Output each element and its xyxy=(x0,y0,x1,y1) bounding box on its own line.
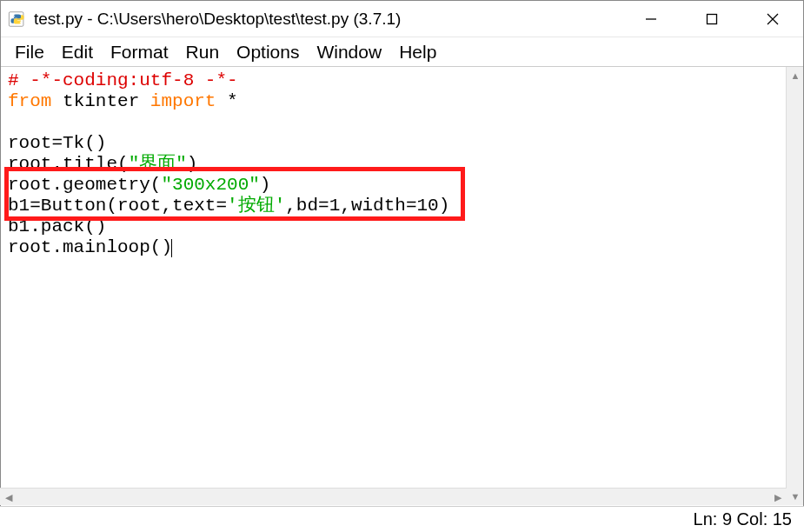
svg-line-5 xyxy=(767,14,778,24)
code-keyword: import xyxy=(150,91,216,111)
text-cursor xyxy=(171,239,172,257)
scroll-right-icon[interactable]: ▶ xyxy=(769,489,787,506)
statusbar: Ln: 9 Col: 15 xyxy=(0,506,804,532)
code-line: root.mainloop() xyxy=(8,237,172,257)
menu-options[interactable]: Options xyxy=(228,40,308,64)
menu-window[interactable]: Window xyxy=(308,40,390,64)
code-text: tkinter xyxy=(51,91,150,111)
code-string: "界面" xyxy=(129,154,187,174)
minimize-button[interactable] xyxy=(621,1,681,37)
code-keyword: from xyxy=(8,91,51,111)
code-string: '按钮' xyxy=(227,196,285,216)
code-text: root.title( xyxy=(8,154,129,174)
code-line: root=Tk() xyxy=(8,133,106,153)
code-text: ) xyxy=(187,154,198,174)
svg-point-1 xyxy=(14,15,15,16)
svg-point-2 xyxy=(20,21,21,22)
editor-area: # -*-coding:utf-8 -*- from tkinter impor… xyxy=(1,67,803,505)
code-text: ) xyxy=(260,175,271,195)
code-line: # -*-coding:utf-8 -*- xyxy=(8,70,238,90)
code-line: b1.pack() xyxy=(8,216,106,236)
close-button[interactable] xyxy=(742,1,803,37)
maximize-button[interactable] xyxy=(681,1,742,37)
scroll-down-icon[interactable]: ▼ xyxy=(787,488,804,505)
menu-edit[interactable]: Edit xyxy=(53,40,102,64)
menu-format[interactable]: Format xyxy=(102,40,177,64)
code-text: ,bd=1,width=10) xyxy=(285,196,449,216)
menu-help[interactable]: Help xyxy=(390,40,445,64)
code-string: "300x200" xyxy=(161,175,259,195)
vertical-scrollbar[interactable]: ▲ ▼ xyxy=(786,67,803,505)
python-idle-icon xyxy=(8,10,27,29)
svg-line-6 xyxy=(767,14,778,24)
code-text: * xyxy=(216,91,237,111)
scroll-left-icon[interactable]: ◀ xyxy=(0,489,17,506)
window-title: test.py - C:\Users\hero\Desktop\test\tes… xyxy=(34,10,621,29)
svg-rect-4 xyxy=(708,14,717,23)
code-text: b1=Button(root,text= xyxy=(8,196,227,216)
menubar: File Edit Format Run Options Window Help xyxy=(1,37,803,67)
cursor-position: Ln: 9 Col: 15 xyxy=(694,509,792,529)
code-text: root.geometry( xyxy=(8,175,161,195)
scroll-up-icon[interactable]: ▲ xyxy=(787,67,804,84)
titlebar: test.py - C:\Users\hero\Desktop\test\tes… xyxy=(1,1,803,37)
code-editor[interactable]: # -*-coding:utf-8 -*- from tkinter impor… xyxy=(1,67,786,505)
window-controls xyxy=(621,1,803,37)
menu-run[interactable]: Run xyxy=(177,40,229,64)
horizontal-scrollbar[interactable]: ◀ ▶ xyxy=(0,488,787,505)
menu-file[interactable]: File xyxy=(6,40,53,64)
